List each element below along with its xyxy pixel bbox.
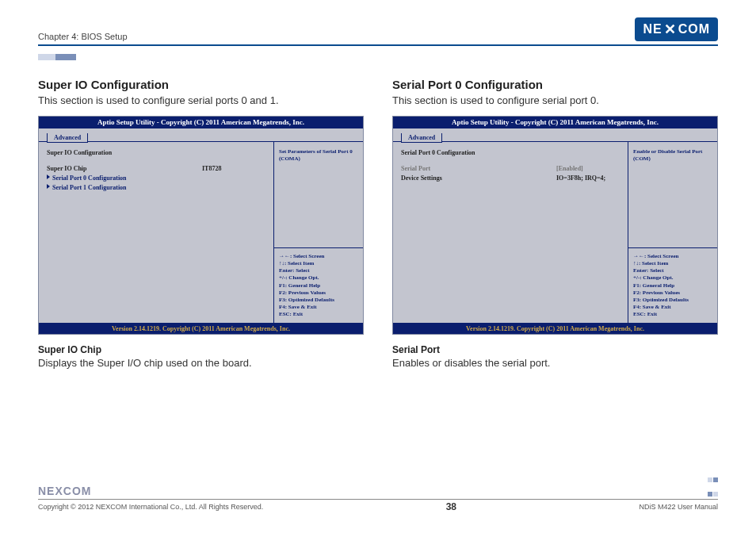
bios-title: Aptio Setup Utility - Copyright (C) 2011… xyxy=(39,117,363,128)
bios-screenshot-left: Aptio Setup Utility - Copyright (C) 2011… xyxy=(38,116,364,335)
section-title-right: Serial Port 0 Configuration xyxy=(392,78,718,91)
section-subtitle-right: This section is used to configure serial… xyxy=(392,94,718,106)
bios-screenshot-right: Aptio Setup Utility - Copyright (C) 2011… xyxy=(392,116,718,335)
footer-squares-icon xyxy=(707,471,718,500)
bios-field-value: IO=3F8h; IRQ=4; xyxy=(556,174,620,183)
left-column: Super IO Configuration This section is u… xyxy=(38,78,364,369)
field-desc-left: Displays the Super I/O chip used on the … xyxy=(38,357,364,369)
bios-help-text: Enable or Disable Serial Port (COM) xyxy=(628,142,717,247)
bios-help-text: Set Parameters of Serial Port 0 (COMA) xyxy=(274,142,363,247)
footer-copyright: Copyright © 2012 NEXCOM International Co… xyxy=(38,503,263,511)
page-footer: NEXCOM Copyright © 2012 NEXCOM Internati… xyxy=(38,485,718,512)
bios-key-legend: →←: Select Screen↑↓: Select ItemEnter: S… xyxy=(274,247,363,323)
bios-field-value: [Enabled] xyxy=(556,164,620,174)
bios-title: Aptio Setup Utility - Copyright (C) 2011… xyxy=(393,117,717,128)
bios-field-label: Device Settings xyxy=(401,174,556,183)
footer-logo: NEXCOM xyxy=(38,485,91,497)
bios-field-label: Serial Port xyxy=(401,164,556,174)
bios-section-header: Serial Port 0 Configuration xyxy=(401,148,620,158)
bios-section-header: Super IO Configuration xyxy=(47,148,265,158)
chapter-label: Chapter 4: BIOS Setup xyxy=(38,32,128,41)
tab-strip xyxy=(38,49,718,56)
right-column: Serial Port 0 Configuration This section… xyxy=(392,78,718,369)
bios-link-serial1: Serial Port 1 Configuration xyxy=(47,183,265,193)
bios-field-label: Super IO Chip xyxy=(47,164,202,174)
footer-doc-name: NDiS M422 User Manual xyxy=(639,503,718,511)
bios-footer: Version 2.14.1219. Copyright (C) 2011 Am… xyxy=(39,324,363,334)
section-title-left: Super IO Configuration xyxy=(38,78,364,91)
field-title-left: Super IO Chip xyxy=(38,344,364,355)
bios-footer: Version 2.14.1219. Copyright (C) 2011 Am… xyxy=(393,324,717,334)
nexcom-logo: NE✕COM xyxy=(635,17,718,41)
field-desc-right: Enables or disables the serial port. xyxy=(392,357,718,369)
bios-key-legend: →←: Select Screen↑↓: Select ItemEnter: S… xyxy=(628,247,717,323)
bios-link-serial0: Serial Port 0 Configuration xyxy=(47,174,265,183)
section-subtitle-left: This section is used to configure serial… xyxy=(38,94,364,106)
header-bar: Chapter 4: BIOS Setup NE✕COM xyxy=(38,17,718,46)
bios-field-value: IT8728 xyxy=(202,164,265,174)
field-title-right: Serial Port xyxy=(392,344,718,355)
page-number: 38 xyxy=(446,501,456,512)
